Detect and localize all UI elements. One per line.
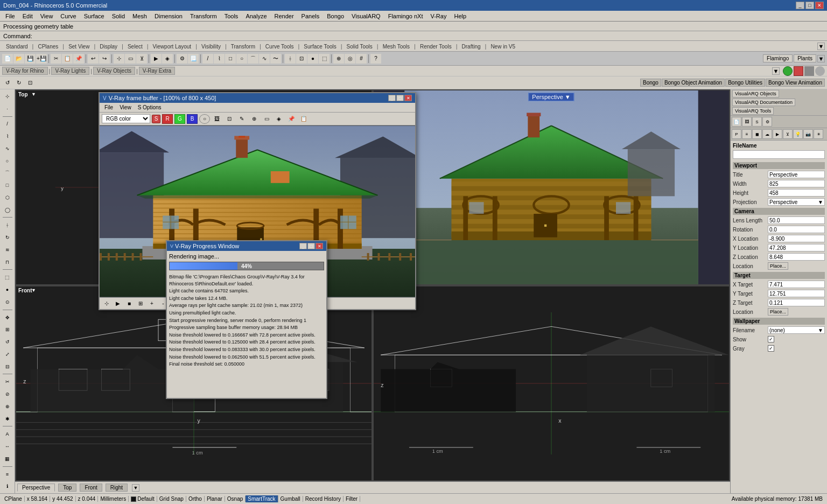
- tab-transform[interactable]: Transform: [227, 43, 259, 50]
- lt-move[interactable]: ✥: [2, 312, 13, 324]
- tb2-2[interactable]: ↻: [13, 78, 24, 88]
- open-btn[interactable]: 📂: [13, 54, 24, 64]
- fb-prev-btn[interactable]: ⊹: [101, 299, 112, 309]
- save-btn[interactable]: 💾: [25, 54, 36, 64]
- lt-scale[interactable]: ⤢: [2, 348, 13, 360]
- maximize-button[interactable]: □: [805, 2, 814, 9]
- vp-tab-options[interactable]: ▼: [132, 484, 139, 492]
- prog-restore-btn[interactable]: □: [307, 243, 315, 249]
- lt-polyline[interactable]: ⌇: [2, 130, 13, 142]
- tab-standard[interactable]: Standard: [2, 43, 32, 50]
- color-mode-select[interactable]: RGB color: [102, 114, 150, 123]
- p-render-btn[interactable]: ▶: [773, 129, 782, 139]
- menu-file[interactable]: File: [2, 12, 18, 20]
- menu-render[interactable]: Render: [271, 12, 297, 20]
- lt-arc[interactable]: ⌒: [2, 167, 13, 179]
- fb-minimize-btn[interactable]: _: [388, 95, 396, 101]
- lt-freeform[interactable]: ∿: [2, 143, 13, 155]
- tab-render-tools[interactable]: Render Tools: [416, 43, 455, 50]
- tb2-3[interactable]: ⊡: [25, 78, 36, 88]
- filename-input[interactable]: [733, 150, 825, 159]
- arc-btn[interactable]: ⌒: [248, 54, 258, 64]
- fb-g-btn[interactable]: G: [174, 114, 185, 124]
- lt-properties[interactable]: ℹ: [2, 480, 13, 492]
- fb-stereo-btn[interactable]: ◈: [274, 114, 284, 124]
- menu-bongo[interactable]: Bongo: [324, 12, 347, 20]
- viewport-perspective[interactable]: Perspective ▼: [373, 90, 730, 285]
- menu-mesh[interactable]: Mesh: [129, 12, 150, 20]
- p-props-btn[interactable]: P: [732, 129, 741, 139]
- visualarq-objects-tab[interactable]: VisualARQ Objects: [732, 90, 779, 97]
- menu-solid[interactable]: Solid: [109, 12, 128, 20]
- sphere-btn[interactable]: ●: [307, 54, 318, 64]
- prop-wp-filename-val[interactable]: (none) ▼: [768, 326, 825, 334]
- undo-btn[interactable]: ↩: [88, 54, 99, 64]
- extrude-btn[interactable]: ⟊: [285, 54, 296, 64]
- p-ground-btn[interactable]: ⊻: [783, 129, 793, 139]
- osnap-btn[interactable]: ◎: [345, 54, 355, 64]
- fb-zoom-fit-btn[interactable]: ⊞: [135, 299, 146, 309]
- vray-lights-tab[interactable]: V-Ray Lights: [51, 67, 89, 75]
- snap-btn[interactable]: ⊕: [333, 54, 344, 64]
- menu-edit[interactable]: Edit: [19, 12, 36, 20]
- status-gumball[interactable]: Gumball: [278, 496, 303, 502]
- p-mat-btn[interactable]: ◼: [752, 129, 762, 139]
- fb-r-btn[interactable]: R: [162, 114, 173, 124]
- menu-vray[interactable]: V-Ray: [427, 12, 450, 20]
- p-file-btn[interactable]: 📄: [732, 117, 741, 127]
- visualarq-tools-tab[interactable]: VisualARQ Tools: [732, 107, 774, 115]
- menu-transform[interactable]: Transform: [187, 12, 220, 20]
- bongo-main-tab[interactable]: Bongo: [640, 79, 661, 87]
- circle-btn[interactable]: ○: [236, 54, 247, 64]
- status-planar[interactable]: Planar: [205, 496, 225, 502]
- tb2-1[interactable]: ↺: [2, 78, 13, 88]
- prop-projection-val[interactable]: Perspective ▼: [768, 198, 825, 206]
- plants-btn[interactable]: Plants: [794, 54, 816, 62]
- tab-set-view[interactable]: Set View: [65, 43, 93, 50]
- curve-btn[interactable]: ∿: [259, 54, 270, 64]
- lt-trim[interactable]: ✂: [2, 376, 13, 388]
- lt-select[interactable]: ⊹: [2, 90, 13, 102]
- fb-region-btn[interactable]: ▭: [261, 114, 272, 124]
- vp-tab-top[interactable]: Top: [58, 484, 76, 492]
- vray-icon1[interactable]: [783, 66, 793, 76]
- lt-rotate[interactable]: ↺: [2, 336, 13, 348]
- prog-close-btn[interactable]: ✕: [316, 243, 323, 249]
- bongo-object-anim-tab[interactable]: Bongo Object Animation: [662, 79, 725, 87]
- menu-tools[interactable]: Tools: [221, 12, 242, 20]
- new-btn[interactable]: 📄: [2, 54, 13, 64]
- save-incr-btn[interactable]: +💾: [36, 54, 47, 64]
- lasso-btn[interactable]: ⊻: [136, 54, 147, 64]
- status-filter[interactable]: Filter: [344, 496, 360, 502]
- lt-explode[interactable]: ✱: [2, 413, 13, 425]
- fb-menu-s-options[interactable]: S Options: [135, 104, 164, 111]
- lt-dim[interactable]: ↔: [2, 440, 13, 452]
- vray-extra-tab[interactable]: V-Ray Extra: [139, 67, 175, 75]
- fb-zoom-in-btn[interactable]: +: [146, 299, 157, 309]
- bongo-view-anim-tab[interactable]: Bongo View Animation: [766, 79, 825, 87]
- p-view-btn[interactable]: 🖼: [742, 117, 752, 127]
- fb-pin-btn[interactable]: 📌: [286, 114, 297, 124]
- fb-correct-btn[interactable]: ✎: [236, 114, 247, 124]
- lt-hatch[interactable]: ▦: [2, 453, 13, 465]
- tab-drafting[interactable]: Drafting: [458, 43, 485, 50]
- prog-minimize-btn[interactable]: _: [299, 243, 307, 249]
- lt-polygon[interactable]: ⬡: [2, 192, 13, 204]
- menu-dimension[interactable]: Dimension: [151, 12, 186, 20]
- menu-flamingo[interactable]: Flamingo nXt: [385, 12, 426, 20]
- select-btn[interactable]: ⊹: [114, 54, 124, 64]
- tab-curve-tools[interactable]: Curve Tools: [262, 43, 298, 50]
- lt-layers[interactable]: ≡: [2, 468, 13, 480]
- tab-visibility[interactable]: Visibility: [198, 43, 225, 50]
- render-btn[interactable]: ▶: [151, 54, 162, 64]
- tab-select[interactable]: Select: [124, 43, 146, 50]
- fb-alpha-btn[interactable]: ○: [199, 114, 210, 124]
- menu-surface[interactable]: Surface: [81, 12, 108, 20]
- flamingo-btn[interactable]: Flamingo: [763, 54, 793, 62]
- fb-play-btn[interactable]: ▶: [113, 299, 123, 309]
- lt-extrude[interactable]: ⟊: [2, 219, 13, 231]
- freeform-btn[interactable]: 〜: [270, 54, 281, 64]
- vp-tab-front[interactable]: Front: [80, 484, 102, 492]
- fb-save-btn[interactable]: S: [152, 115, 160, 123]
- box-btn[interactable]: ⬚: [319, 54, 330, 64]
